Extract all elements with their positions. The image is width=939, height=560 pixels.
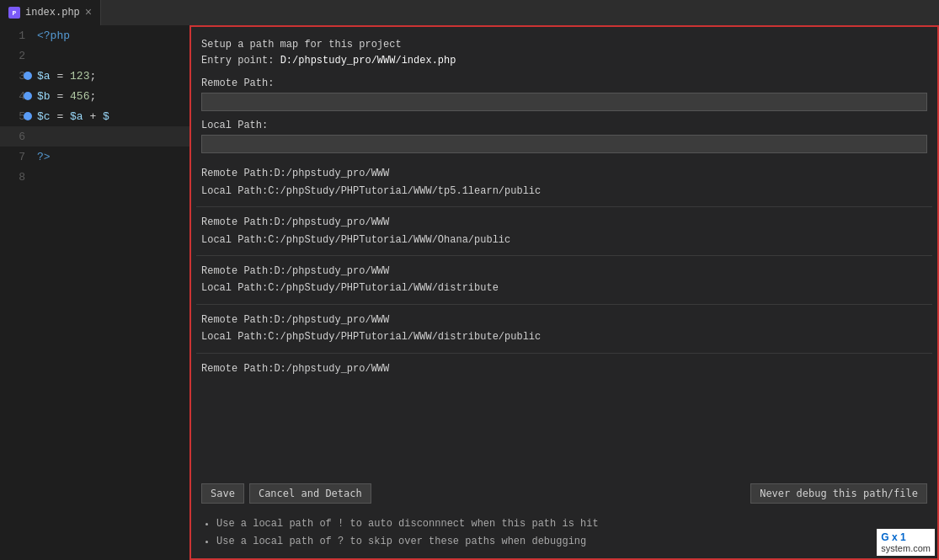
line-content-4: $b = 456; — [34, 90, 189, 103]
path-item-1[interactable]: Remote Path:D:/phpstudy_pro/WWW Local Pa… — [196, 206, 932, 255]
local-path-input[interactable] — [201, 135, 927, 153]
remote-path-input[interactable] — [201, 93, 927, 111]
line-content-5: $c = $a + $ — [34, 110, 189, 123]
line-number-1: 1 — [0, 29, 34, 42]
pathmap-inner: Setup a path map for this project Entry … — [191, 27, 937, 477]
watermark: G x 1 system.com — [877, 529, 935, 556]
remote-path-label: Remote Path: — [201, 77, 927, 89]
main-area: 1 <?php 2 3 $a = 123; 4 $b = 456; — [0, 25, 939, 560]
path-item-0[interactable]: Remote Path:D:/phpstudy_pro/WWW Local Pa… — [196, 158, 932, 206]
local-path-label: Local Path: — [201, 120, 927, 131]
local-path-1: Local Path:C:/phpStudy/PHPTutorial/WWW/O… — [201, 232, 927, 248]
remote-path-2: Remote Path:D:/phpstudy_pro/WWW — [201, 263, 927, 280]
remote-path-0: Remote Path:D:/phpstudy_pro/WWW — [201, 165, 927, 182]
path-item-2[interactable]: Remote Path:D:/phpstudy_pro/WWW Local Pa… — [196, 255, 932, 304]
code-line-2: 2 — [0, 45, 189, 66]
tip-1: Use a local path of ! to auto disconnnec… — [216, 515, 927, 532]
line-content-3: $a = 123; — [34, 70, 189, 83]
remote-path-3: Remote Path:D:/phpstudy_pro/WWW — [201, 312, 927, 328]
tab-label: index.php — [25, 7, 80, 19]
breakpoint-4 — [24, 92, 32, 100]
pathmap-panel: Setup a path map for this project Entry … — [189, 25, 939, 560]
code-line-4: 4 $b = 456; — [0, 86, 189, 106]
php-icon: P — [8, 7, 20, 19]
watermark-logo: G x 1 — [881, 531, 931, 543]
pathmap-title: Setup a path map for this project — [201, 37, 927, 53]
line-number-8: 8 — [0, 171, 34, 184]
tip-2: Use a local path of ? to skip over these… — [216, 533, 927, 550]
remote-path-1: Remote Path:D:/phpstudy_pro/WWW — [201, 214, 927, 231]
local-path-0: Local Path:C:/phpStudy/PHPTutorial/WWW/t… — [201, 183, 927, 200]
pathmap-header: Setup a path map for this project Entry … — [201, 37, 927, 69]
code-line-3: 3 $a = 123; — [0, 66, 189, 86]
local-path-2: Local Path:C:/phpStudy/PHPTutorial/WWW/d… — [201, 280, 927, 296]
line-content-7: ?> — [34, 151, 189, 163]
line-number-7: 7 — [0, 151, 34, 163]
path-item-3[interactable]: Remote Path:D:/phpstudy_pro/WWW Local Pa… — [196, 304, 932, 353]
path-list: Remote Path:D:/phpstudy_pro/WWW Local Pa… — [191, 158, 937, 477]
pathmap-actions: Save Cancel and Detach Never debug this … — [191, 477, 937, 510]
line-content-1: <?php — [34, 29, 189, 42]
pathmap-tips: Use a local path of ! to auto disconnnec… — [191, 510, 937, 558]
never-debug-button[interactable]: Never debug this path/file — [750, 483, 927, 504]
pathmap-entry-point: Entry point: D:/phpstudy_pro/WWW/index.p… — [201, 53, 927, 69]
code-line-7: 7 ?> — [0, 147, 189, 167]
breakpoint-5 — [24, 112, 32, 120]
watermark-domain: system.com — [881, 543, 931, 553]
remote-path-4: Remote Path:D:/phpstudy_pro/WWW — [201, 360, 927, 377]
breakpoint-3 — [24, 72, 32, 80]
code-line-6: 6 — [0, 126, 189, 147]
code-editor: 1 <?php 2 3 $a = 123; 4 $b = 456; — [0, 25, 189, 560]
tab-close-button[interactable]: × — [85, 7, 92, 19]
local-path-3: Local Path:C:/phpStudy/PHPTutorial/WWW/d… — [201, 328, 927, 345]
line-number-6: 6 — [0, 131, 34, 143]
line-number-2: 2 — [0, 50, 34, 62]
entry-point-prefix: Entry point: — [201, 55, 280, 67]
path-item-4[interactable]: Remote Path:D:/phpstudy_pro/WWW — [196, 353, 932, 384]
cancel-detach-button[interactable]: Cancel and Detach — [249, 483, 371, 504]
entry-point-value: D:/phpstudy_pro/WWW/index.php — [280, 55, 456, 67]
save-button[interactable]: Save — [201, 483, 244, 504]
code-lines: 1 <?php 2 3 $a = 123; 4 $b = 456; — [0, 25, 189, 187]
tab-index-php[interactable]: P index.php × — [0, 0, 101, 25]
code-line-1: 1 <?php — [0, 25, 189, 45]
tab-bar: P index.php × — [0, 0, 939, 25]
code-line-5: 5 $c = $a + $ — [0, 106, 189, 126]
code-line-8: 8 — [0, 167, 189, 187]
